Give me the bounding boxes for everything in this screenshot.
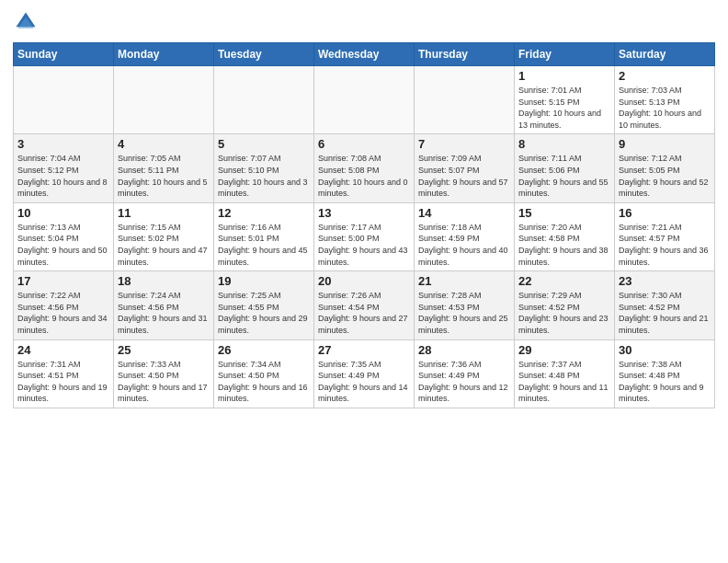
day-info: Sunrise: 7:28 AM Sunset: 4:53 PM Dayligh… <box>418 290 510 336</box>
week-row-5: 24Sunrise: 7:31 AM Sunset: 4:51 PM Dayli… <box>14 339 715 408</box>
calendar-cell: 14Sunrise: 7:18 AM Sunset: 4:59 PM Dayli… <box>415 202 515 270</box>
calendar-cell: 7Sunrise: 7:09 AM Sunset: 5:07 PM Daylig… <box>415 134 515 202</box>
day-info: Sunrise: 7:24 AM Sunset: 4:56 PM Dayligh… <box>118 290 210 336</box>
calendar-cell: 30Sunrise: 7:38 AM Sunset: 4:48 PM Dayli… <box>615 339 715 408</box>
calendar-cell: 6Sunrise: 7:08 AM Sunset: 5:08 PM Daylig… <box>314 134 415 202</box>
day-info: Sunrise: 7:20 AM Sunset: 4:58 PM Dayligh… <box>518 222 610 268</box>
calendar-cell: 29Sunrise: 7:37 AM Sunset: 4:48 PM Dayli… <box>515 339 615 408</box>
weekday-header-friday: Friday <box>515 43 615 66</box>
day-number: 25 <box>118 343 210 357</box>
day-info: Sunrise: 7:15 AM Sunset: 5:02 PM Dayligh… <box>118 222 210 268</box>
day-info: Sunrise: 7:08 AM Sunset: 5:08 PM Dayligh… <box>318 153 410 199</box>
calendar-cell: 1Sunrise: 7:01 AM Sunset: 5:15 PM Daylig… <box>515 66 615 134</box>
logo-icon <box>13 9 39 35</box>
calendar-cell: 28Sunrise: 7:36 AM Sunset: 4:49 PM Dayli… <box>415 339 515 408</box>
calendar-cell: 12Sunrise: 7:16 AM Sunset: 5:01 PM Dayli… <box>214 202 314 270</box>
day-info: Sunrise: 7:37 AM Sunset: 4:48 PM Dayligh… <box>518 359 610 405</box>
weekday-header-tuesday: Tuesday <box>214 43 314 66</box>
weekday-header-monday: Monday <box>114 43 214 66</box>
day-number: 21 <box>418 274 510 288</box>
day-number: 6 <box>318 137 410 151</box>
calendar-cell: 9Sunrise: 7:12 AM Sunset: 5:05 PM Daylig… <box>615 134 715 202</box>
calendar-cell <box>14 66 114 134</box>
day-info: Sunrise: 7:09 AM Sunset: 5:07 PM Dayligh… <box>418 153 510 199</box>
day-number: 10 <box>17 206 109 220</box>
day-number: 14 <box>418 206 510 220</box>
day-info: Sunrise: 7:26 AM Sunset: 4:54 PM Dayligh… <box>318 290 410 336</box>
day-number: 15 <box>518 206 610 220</box>
calendar-cell <box>114 66 214 134</box>
day-number: 28 <box>418 343 510 357</box>
calendar-cell: 17Sunrise: 7:22 AM Sunset: 4:56 PM Dayli… <box>14 271 114 339</box>
day-number: 26 <box>218 343 310 357</box>
calendar-cell: 18Sunrise: 7:24 AM Sunset: 4:56 PM Dayli… <box>114 271 214 339</box>
day-number: 17 <box>17 274 109 288</box>
day-info: Sunrise: 7:12 AM Sunset: 5:05 PM Dayligh… <box>619 153 711 199</box>
calendar-cell: 16Sunrise: 7:21 AM Sunset: 4:57 PM Dayli… <box>615 202 715 270</box>
day-info: Sunrise: 7:21 AM Sunset: 4:57 PM Dayligh… <box>619 222 711 268</box>
calendar-cell: 23Sunrise: 7:30 AM Sunset: 4:52 PM Dayli… <box>615 271 715 339</box>
day-number: 16 <box>619 206 711 220</box>
day-number: 9 <box>619 137 711 151</box>
calendar-cell <box>314 66 415 134</box>
day-number: 23 <box>619 274 711 288</box>
day-number: 27 <box>318 343 410 357</box>
calendar-cell: 2Sunrise: 7:03 AM Sunset: 5:13 PM Daylig… <box>615 66 715 134</box>
day-number: 8 <box>518 137 610 151</box>
day-info: Sunrise: 7:16 AM Sunset: 5:01 PM Dayligh… <box>218 222 310 268</box>
weekday-header-thursday: Thursday <box>415 43 515 66</box>
calendar: SundayMondayTuesdayWednesdayThursdayFrid… <box>13 42 715 408</box>
day-number: 11 <box>118 206 210 220</box>
calendar-cell <box>415 66 515 134</box>
calendar-cell: 19Sunrise: 7:25 AM Sunset: 4:55 PM Dayli… <box>214 271 314 339</box>
day-info: Sunrise: 7:36 AM Sunset: 4:49 PM Dayligh… <box>418 359 510 405</box>
day-number: 20 <box>318 274 410 288</box>
day-info: Sunrise: 7:33 AM Sunset: 4:50 PM Dayligh… <box>118 359 210 405</box>
header <box>13 9 715 35</box>
day-number: 3 <box>17 137 109 151</box>
weekday-header-row: SundayMondayTuesdayWednesdayThursdayFrid… <box>14 43 715 66</box>
day-info: Sunrise: 7:04 AM Sunset: 5:12 PM Dayligh… <box>17 153 109 199</box>
weekday-header-sunday: Sunday <box>14 43 114 66</box>
calendar-cell: 21Sunrise: 7:28 AM Sunset: 4:53 PM Dayli… <box>415 271 515 339</box>
day-info: Sunrise: 7:29 AM Sunset: 4:52 PM Dayligh… <box>518 290 610 336</box>
calendar-cell: 26Sunrise: 7:34 AM Sunset: 4:50 PM Dayli… <box>214 339 314 408</box>
day-number: 30 <box>619 343 711 357</box>
day-number: 12 <box>218 206 310 220</box>
calendar-cell: 15Sunrise: 7:20 AM Sunset: 4:58 PM Dayli… <box>515 202 615 270</box>
calendar-cell: 27Sunrise: 7:35 AM Sunset: 4:49 PM Dayli… <box>314 339 415 408</box>
calendar-cell: 8Sunrise: 7:11 AM Sunset: 5:06 PM Daylig… <box>515 134 615 202</box>
day-info: Sunrise: 7:31 AM Sunset: 4:51 PM Dayligh… <box>17 359 109 405</box>
day-number: 2 <box>619 69 711 83</box>
day-info: Sunrise: 7:18 AM Sunset: 4:59 PM Dayligh… <box>418 222 510 268</box>
day-number: 5 <box>218 137 310 151</box>
calendar-cell: 3Sunrise: 7:04 AM Sunset: 5:12 PM Daylig… <box>14 134 114 202</box>
day-info: Sunrise: 7:35 AM Sunset: 4:49 PM Dayligh… <box>318 359 410 405</box>
day-info: Sunrise: 7:07 AM Sunset: 5:10 PM Dayligh… <box>218 153 310 199</box>
calendar-cell: 24Sunrise: 7:31 AM Sunset: 4:51 PM Dayli… <box>14 339 114 408</box>
calendar-cell: 13Sunrise: 7:17 AM Sunset: 5:00 PM Dayli… <box>314 202 415 270</box>
day-info: Sunrise: 7:13 AM Sunset: 5:04 PM Dayligh… <box>17 222 109 268</box>
day-info: Sunrise: 7:30 AM Sunset: 4:52 PM Dayligh… <box>619 290 711 336</box>
day-number: 24 <box>17 343 109 357</box>
calendar-cell: 11Sunrise: 7:15 AM Sunset: 5:02 PM Dayli… <box>114 202 214 270</box>
week-row-2: 3Sunrise: 7:04 AM Sunset: 5:12 PM Daylig… <box>14 134 715 202</box>
day-info: Sunrise: 7:11 AM Sunset: 5:06 PM Dayligh… <box>518 153 610 199</box>
week-row-4: 17Sunrise: 7:22 AM Sunset: 4:56 PM Dayli… <box>14 271 715 339</box>
day-number: 13 <box>318 206 410 220</box>
day-info: Sunrise: 7:34 AM Sunset: 4:50 PM Dayligh… <box>218 359 310 405</box>
day-number: 18 <box>118 274 210 288</box>
weekday-header-wednesday: Wednesday <box>314 43 415 66</box>
day-info: Sunrise: 7:25 AM Sunset: 4:55 PM Dayligh… <box>218 290 310 336</box>
day-number: 4 <box>118 137 210 151</box>
day-number: 1 <box>518 69 610 83</box>
day-info: Sunrise: 7:17 AM Sunset: 5:00 PM Dayligh… <box>318 222 410 268</box>
calendar-cell: 22Sunrise: 7:29 AM Sunset: 4:52 PM Dayli… <box>515 271 615 339</box>
day-number: 22 <box>518 274 610 288</box>
week-row-3: 10Sunrise: 7:13 AM Sunset: 5:04 PM Dayli… <box>14 202 715 270</box>
calendar-cell: 4Sunrise: 7:05 AM Sunset: 5:11 PM Daylig… <box>114 134 214 202</box>
calendar-cell: 5Sunrise: 7:07 AM Sunset: 5:10 PM Daylig… <box>214 134 314 202</box>
day-info: Sunrise: 7:05 AM Sunset: 5:11 PM Dayligh… <box>118 153 210 199</box>
calendar-cell: 20Sunrise: 7:26 AM Sunset: 4:54 PM Dayli… <box>314 271 415 339</box>
day-number: 19 <box>218 274 310 288</box>
